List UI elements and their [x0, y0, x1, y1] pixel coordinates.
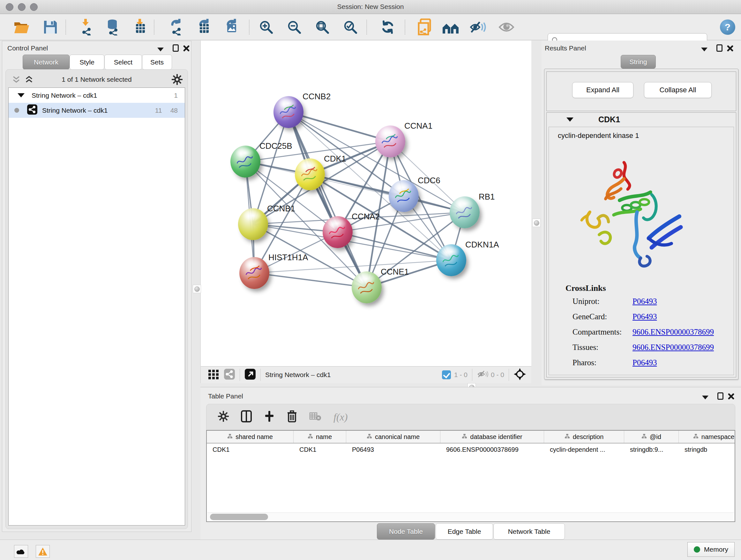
float-panel-icon[interactable] — [701, 47, 708, 53]
network-collection-row[interactable]: String Network – cdk1 1 — [9, 88, 185, 103]
close-panel-icon[interactable] — [727, 45, 734, 53]
crosslink-link[interactable]: 9606.ENSP00000378699 — [632, 343, 714, 352]
node-CDKN1A[interactable] — [436, 244, 466, 276]
right-splitter-handle[interactable] — [532, 219, 541, 227]
float-panel-icon[interactable] — [702, 395, 709, 401]
show-all-button[interactable] — [497, 18, 515, 36]
node-RB1[interactable] — [450, 196, 480, 228]
new-network-from-selection-button[interactable] — [416, 18, 434, 36]
crosslink-link[interactable]: P06493 — [632, 358, 657, 367]
zoom-out-button[interactable] — [285, 18, 303, 36]
cell-name[interactable]: CDK1 — [293, 443, 346, 455]
network-share-icon[interactable] — [224, 368, 235, 381]
cell-databaseidentifier[interactable]: 9606.ENSP00000378699 — [441, 443, 544, 455]
save-session-button[interactable] — [42, 18, 59, 36]
expand-all-button[interactable]: Expand All — [572, 82, 633, 98]
gene-header-row[interactable]: CDK1 — [547, 113, 736, 126]
node-CCNB2[interactable] — [273, 96, 304, 128]
column-header-canonicalname[interactable]: canonical name — [346, 431, 441, 443]
open-in-window-icon[interactable] — [245, 368, 256, 381]
open-session-button[interactable] — [13, 18, 30, 36]
close-panel-icon[interactable] — [183, 45, 190, 53]
export-table-file-button[interactable] — [195, 18, 213, 36]
column-header-id[interactable]: @id — [624, 431, 679, 443]
import-network-database-button[interactable] — [104, 18, 121, 36]
node-CCNA2[interactable] — [323, 216, 353, 248]
network-view-panel: CCNB2CCNA1CDC25BCDK1CDC6RB1CCNB1CCNA2CDK… — [200, 41, 531, 383]
node-CDC6[interactable] — [389, 180, 419, 212]
memory-button[interactable]: Memory — [687, 542, 735, 557]
cell-id[interactable]: stringdb:9... — [624, 443, 679, 455]
delete-column-trash-icon[interactable] — [287, 410, 297, 424]
scrollbar-thumb[interactable] — [210, 514, 268, 520]
grid-mode-icon[interactable] — [208, 368, 219, 381]
node-HIST1H1A[interactable] — [239, 257, 269, 289]
left-splitter-handle[interactable] — [193, 285, 201, 293]
function-builder-icon: f(x) — [333, 411, 347, 423]
tab-node-table[interactable]: Node Table — [377, 523, 435, 540]
node-CCNE1[interactable] — [352, 271, 382, 303]
float-panel-icon[interactable] — [157, 47, 164, 53]
selected-nodes-checkbox[interactable] — [442, 370, 451, 379]
close-panel-icon[interactable] — [728, 393, 735, 401]
column-header-sharedname[interactable]: shared name — [207, 431, 293, 443]
tab-string[interactable]: String — [621, 55, 656, 69]
help-button[interactable]: ? — [719, 18, 737, 36]
maximize-panel-icon[interactable] — [718, 392, 724, 401]
column-header-name[interactable]: name — [293, 431, 346, 443]
zoom-in-button[interactable] — [257, 18, 275, 36]
zoom-fit-button[interactable] — [313, 18, 331, 36]
import-network-file-button[interactable] — [77, 18, 95, 36]
node-CDK1[interactable] — [295, 159, 325, 190]
cell-sharedname[interactable]: CDK1 — [207, 443, 293, 455]
tab-network[interactable]: Network — [23, 55, 70, 70]
apply-layout-button[interactable] — [379, 18, 397, 36]
collection-expander-icon[interactable] — [17, 93, 24, 98]
network-options-gear-icon[interactable] — [172, 74, 183, 86]
tab-select[interactable]: Select — [105, 55, 142, 70]
crosslinks-title: CrossLinks — [565, 284, 606, 293]
tab-edge-table[interactable]: Edge Table — [435, 523, 493, 540]
export-network-file-button[interactable] — [167, 18, 185, 36]
cloud-status-button[interactable] — [14, 545, 28, 558]
tab-network-table[interactable]: Network Table — [493, 523, 565, 540]
maximize-panel-icon[interactable] — [173, 44, 179, 53]
first-neighbors-button[interactable] — [442, 18, 460, 36]
cell-namespace[interactable]: stringdb — [679, 443, 735, 455]
column-header-description[interactable]: description — [544, 431, 624, 443]
horizontal-scrollbar[interactable] — [207, 512, 734, 521]
collapse-all-button[interactable]: Collapse All — [644, 82, 712, 98]
column-type-icon — [564, 433, 570, 441]
tab-sets[interactable]: Sets — [142, 55, 172, 70]
crosslink-row: Pharos:P06493 — [572, 358, 732, 367]
column-header-namespace[interactable]: namespace — [679, 431, 735, 443]
node-CCNB1[interactable] — [238, 208, 268, 240]
node-CCNA1[interactable] — [375, 125, 405, 158]
column-header-databaseidentifier[interactable]: database identifier — [441, 431, 544, 443]
show-columns-icon[interactable] — [241, 410, 252, 424]
cell-canonicalname[interactable]: P06493 — [346, 443, 441, 455]
import-table-file-button[interactable] — [131, 18, 149, 36]
table-row[interactable]: CDK1CDK1P064939606.ENSP00000378699cyclin… — [207, 443, 735, 455]
gene-expander-icon[interactable] — [566, 118, 574, 122]
add-column-icon[interactable] — [264, 410, 275, 424]
maximize-panel-icon[interactable] — [717, 44, 723, 53]
cell-description[interactable]: cyclin-dependent ... — [544, 443, 624, 455]
hide-selected-button[interactable] — [469, 18, 487, 36]
tab-style[interactable]: Style — [70, 55, 105, 70]
crosslink-row: GeneCard:P06493 — [572, 312, 732, 321]
birds-eye-view-icon[interactable] — [514, 368, 526, 382]
collection-label: String Network – cdk1 — [31, 91, 97, 99]
export-image-button[interactable] — [223, 18, 241, 36]
crosslink-link[interactable]: 9606.ENSP00000378699 — [632, 327, 714, 336]
network-canvas[interactable]: CCNB2CCNA1CDC25BCDK1CDC6RB1CCNB1CCNA2CDK… — [201, 41, 531, 366]
warnings-button[interactable] — [36, 545, 50, 558]
table-settings-gear-icon[interactable] — [218, 411, 229, 423]
gene-details-box: cyclin-dependent kinase 1 — [549, 127, 734, 375]
protein-thumbnail-icon — [440, 249, 462, 269]
crosslink-link[interactable]: P06493 — [632, 297, 657, 306]
node-CDC25B[interactable] — [230, 145, 260, 178]
zoom-selected-button[interactable] — [341, 18, 359, 36]
network-row[interactable]: String Network – cdk1 11 48 — [9, 103, 185, 118]
crosslink-link[interactable]: P06493 — [632, 312, 657, 321]
